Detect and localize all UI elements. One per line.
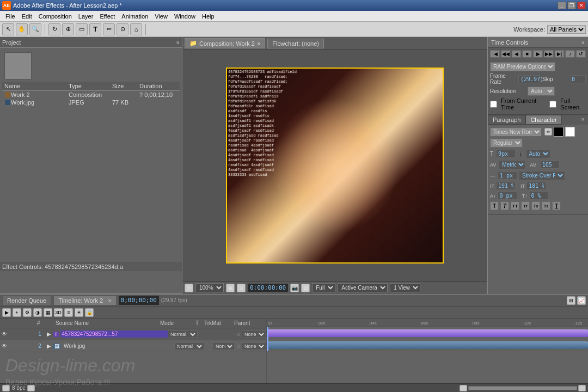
safe-zones-btn[interactable]: ▣ (226, 284, 235, 292)
timeline-ruler[interactable]: 0s 02s 04s 06s 08s 10s 12s (267, 318, 588, 327)
ram-preview-select[interactable]: RAM Preview Options (490, 62, 555, 71)
kerning-input[interactable] (540, 161, 560, 169)
layer2-trkmat[interactable]: None (213, 342, 235, 350)
layer2-parent[interactable]: None (242, 342, 266, 350)
tsub-input[interactable] (529, 192, 549, 200)
tl-solo-btn[interactable]: ☀ (75, 308, 83, 317)
layer2-bar[interactable] (267, 341, 588, 349)
frame-rate-value[interactable]: (29.97) (518, 75, 540, 83)
stroke-size-input[interactable] (498, 171, 517, 180)
font-style-select[interactable]: Regular (490, 138, 523, 148)
comp-settings-btn[interactable]: ⚙ (185, 284, 193, 292)
tl-shy-btn[interactable]: ≡ (64, 308, 73, 317)
layer1-expand[interactable]: ▶ (45, 331, 53, 337)
menu-animation[interactable]: Animation (118, 12, 151, 21)
tc-play-btn[interactable]: ▶ (533, 50, 543, 58)
italic-btn[interactable]: T (500, 201, 509, 210)
render-queue-tab[interactable]: Render Queue (2, 296, 51, 305)
view-select[interactable]: 1 View (390, 283, 420, 292)
zoom-select[interactable]: 100% (195, 283, 224, 292)
menu-effect[interactable]: Effect (96, 12, 118, 21)
layer2-mode[interactable]: Normal (174, 342, 204, 350)
stroke-type-select[interactable]: Stroke Over Fill (519, 171, 565, 180)
bold-btn[interactable]: T (490, 201, 499, 210)
tl-motion-blur-btn[interactable]: ◑ (33, 308, 42, 317)
comp-tab[interactable]: 📁 Composition: Work 2 × (185, 38, 265, 48)
tl-expand-btn[interactable]: ⊞ (567, 296, 575, 305)
tl-graph-btn[interactable]: 📈 (577, 296, 586, 305)
char-panel-close[interactable]: × (578, 115, 588, 125)
menu-edit[interactable]: Edit (19, 12, 35, 21)
leading-select[interactable]: Auto (526, 149, 550, 158)
tc-prev-frame-btn[interactable]: ◀◀ (501, 50, 511, 58)
menu-composition[interactable]: Composition (35, 12, 75, 21)
eyedropper-btn[interactable]: ✏ (544, 128, 552, 136)
tc-first-btn[interactable]: |◀ (490, 50, 500, 58)
menu-file[interactable]: File (2, 12, 19, 21)
hscale-input[interactable] (526, 182, 546, 190)
tracking-select[interactable]: Metric (499, 160, 526, 169)
menu-help[interactable]: Help (199, 12, 218, 21)
tc-prev-btn[interactable]: ◀ (512, 50, 522, 58)
tl-frame-blend-btn[interactable]: ▦ (44, 308, 52, 317)
puppet-tool[interactable]: ⌂ (130, 23, 142, 35)
menu-layer[interactable]: Layer (75, 12, 97, 21)
grid-btn[interactable]: ⊞ (237, 284, 246, 292)
layer2-name[interactable]: Work.jpg (62, 342, 174, 350)
restore-button[interactable]: ❐ (567, 2, 576, 9)
hand-tool[interactable]: ✋ (16, 23, 28, 35)
workspace-select[interactable]: All Panels (547, 25, 586, 34)
resolution-dropdown[interactable]: Auto (528, 87, 555, 96)
font-name-select[interactable]: Times New Roman (490, 127, 542, 137)
layer1-mode[interactable]: Normal (168, 330, 198, 338)
super-btn[interactable]: Ts (531, 201, 540, 210)
tc-last-btn[interactable]: ▶| (555, 50, 565, 58)
tc-stop-btn[interactable]: ■ (522, 50, 532, 58)
pen-tool[interactable]: ✏ (103, 23, 115, 35)
sub-btn[interactable]: Ts (542, 201, 550, 210)
tl-lock-btn[interactable]: 🔒 (85, 308, 94, 317)
layer1-name[interactable]: 457832475298572...57 (60, 330, 168, 338)
status-prev-btn[interactable]: ◀ (2, 385, 10, 391)
layer2-expand[interactable]: ▶ (45, 343, 53, 349)
tc-audio-btn[interactable]: ♪ (565, 50, 575, 58)
project-panel-close[interactable]: × (176, 39, 180, 46)
comp-tab-close[interactable]: × (257, 40, 260, 47)
fill-color-box[interactable] (554, 127, 564, 137)
layer1-vis-toggle[interactable]: 👁 (0, 331, 9, 337)
resolution-select[interactable]: Full (312, 283, 335, 292)
tl-settings-btn[interactable]: ⚙ (23, 308, 32, 317)
stroke-color-box[interactable] (565, 127, 575, 137)
rotate-tool[interactable]: ↻ (48, 23, 60, 35)
smallcaps-btn[interactable]: Tr (521, 201, 530, 210)
tl-3d-btn[interactable]: 3D (54, 308, 63, 317)
tl-new-comp-btn[interactable]: + (13, 308, 21, 317)
menu-view[interactable]: View (151, 12, 171, 21)
playhead[interactable] (267, 327, 268, 339)
scroll-right-btn[interactable]: ▶ (578, 385, 586, 391)
skip-input[interactable] (571, 75, 586, 83)
from-current-checkbox[interactable] (490, 101, 497, 108)
full-screen-checkbox[interactable] (549, 101, 556, 108)
arrow-tool[interactable]: ↖ (2, 23, 14, 35)
tc-close[interactable]: × (581, 39, 585, 46)
tc-loop-btn[interactable]: ↺ (576, 50, 586, 58)
timeline-scrollbar[interactable] (468, 386, 577, 390)
vscale-input[interactable] (496, 182, 516, 190)
menu-window[interactable]: Window (171, 12, 199, 21)
scroll-left-btn[interactable]: ◀ (460, 385, 467, 391)
work-timeline-tab[interactable]: Timeline: Work 2 × (53, 296, 116, 305)
orbit-tool[interactable]: ⊕ (62, 23, 74, 35)
zoom-tool[interactable]: 🔍 (29, 23, 41, 35)
flowchart-tab[interactable]: Flowchart: (none) (267, 39, 324, 48)
layer1-bar[interactable] (267, 329, 588, 337)
paragraph-tab[interactable]: Paragraph (488, 115, 525, 125)
snapshot-btn[interactable]: 📷 (290, 284, 299, 292)
project-item-work2[interactable]: Work 2 Composition ? 0;00;12;10 (2, 91, 180, 99)
baseline-input[interactable] (498, 192, 517, 200)
underline-btn[interactable]: T (552, 201, 561, 210)
layer1-parent[interactable]: None (242, 330, 266, 338)
camera-select[interactable]: Active Camera (338, 283, 388, 292)
status-next-btn[interactable]: ▶ (27, 385, 35, 391)
clone-tool[interactable]: ⊙ (117, 23, 128, 35)
